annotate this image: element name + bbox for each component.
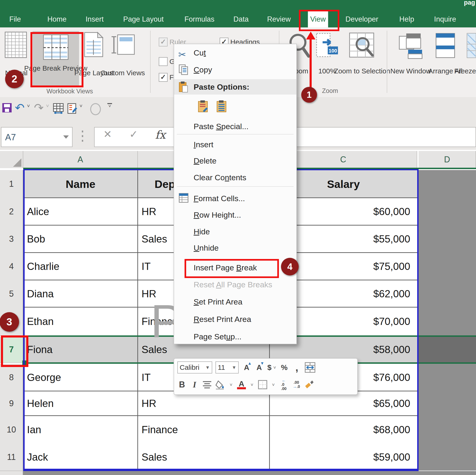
cell-b11[interactable]: Sales xyxy=(138,444,270,471)
font-color-dropdown-icon[interactable]: ˅ xyxy=(249,379,255,391)
cell-c11[interactable]: $59,000 xyxy=(270,444,417,471)
quick-edit-icon[interactable] xyxy=(67,103,78,115)
menu-item-paste-special[interactable]: Paste Special... xyxy=(174,119,296,134)
tab-developer[interactable]: Developer xyxy=(343,11,380,27)
menu-item-paste-options[interactable]: Paste Options: xyxy=(174,79,296,95)
menu-item-unhide[interactable]: Unhide xyxy=(174,240,296,256)
menu-item-hide[interactable]: Hide xyxy=(174,224,296,239)
normal-view-button[interactable]: Normal xyxy=(3,32,29,60)
row-header-3[interactable]: 3 xyxy=(0,225,23,253)
new-window-button[interactable]: New Window xyxy=(398,32,424,61)
tab-insert[interactable]: Insert xyxy=(83,11,106,27)
cell-c10[interactable]: $68,000 xyxy=(270,416,417,444)
italic-button[interactable]: I xyxy=(190,379,199,391)
cell-a5[interactable]: Diana xyxy=(23,280,138,307)
row-header-9[interactable]: 9 xyxy=(0,391,23,416)
cell-a8[interactable]: George xyxy=(23,364,138,391)
format-painter-icon[interactable] xyxy=(304,379,314,391)
menu-item-format-cells[interactable]: Format Cells... xyxy=(174,191,296,206)
paste-formatting-icon[interactable] xyxy=(197,100,209,117)
shrink-font-button[interactable]: A▼ xyxy=(255,361,264,374)
font-name-select[interactable]: Calibri ▼ xyxy=(177,361,212,374)
percent-style-button[interactable]: % xyxy=(280,361,289,374)
cell-a2[interactable]: Alice xyxy=(23,198,138,225)
menu-item-page-setup[interactable]: Page Setup... xyxy=(174,329,296,344)
checkbox-gridlines[interactable] xyxy=(159,57,168,66)
tab-formulas[interactable]: Formulas xyxy=(182,11,217,27)
menu-item-copy[interactable]: Copy xyxy=(174,62,296,77)
cell-a10[interactable]: Ian xyxy=(23,416,138,444)
enter-button[interactable]: ✓ xyxy=(125,128,142,140)
cell-a9[interactable]: Helen xyxy=(23,391,138,416)
namebox-separator-dots[interactable] xyxy=(82,131,83,144)
paste-values-icon[interactable] xyxy=(215,100,228,117)
tab-inquire[interactable]: Inquire xyxy=(432,11,459,27)
cell-a6[interactable]: Ethan xyxy=(23,307,138,335)
menu-item-reset-all-page-breaks[interactable]: Reset All Page Breaks xyxy=(174,277,296,292)
checkbox-ruler[interactable]: ✓ xyxy=(159,38,168,47)
font-size-select[interactable]: 11 ▼ xyxy=(215,361,239,374)
center-align-button[interactable] xyxy=(203,379,212,391)
menu-item-row-height[interactable]: Row Height... xyxy=(174,207,296,223)
row-header-5[interactable]: 5 xyxy=(0,280,23,308)
comma-style-button[interactable]: , xyxy=(292,361,302,374)
zoom-to-selection-button[interactable]: Zoom to Selection xyxy=(349,32,376,61)
menu-item-insert[interactable]: Insert xyxy=(174,137,296,152)
quick-edit-dropdown-icon[interactable]: ˅ xyxy=(80,103,83,109)
column-header-D[interactable]: D xyxy=(419,151,476,168)
accounting-format-button[interactable]: $˅ xyxy=(267,361,276,374)
menu-item-clear-contents[interactable]: Clear Contents xyxy=(174,170,296,185)
menu-item-cut[interactable]: ✂Cut xyxy=(174,45,296,60)
row-header-4[interactable]: 4 xyxy=(0,253,23,280)
column-header-A[interactable]: A xyxy=(23,151,138,168)
zoom-100-button[interactable]: 100 100% xyxy=(316,32,339,61)
row-header-11[interactable]: 11 xyxy=(0,444,23,471)
redo-dropdown-icon[interactable]: ˅ xyxy=(46,103,49,109)
cell-a7[interactable]: Fiona xyxy=(23,337,138,362)
select-all-corner[interactable] xyxy=(0,151,23,168)
freeze-panes-button[interactable]: Freeze Panes xyxy=(466,32,476,61)
save-icon[interactable] xyxy=(2,103,12,113)
fill-color-button[interactable] xyxy=(215,379,225,391)
tab-home[interactable]: Home xyxy=(45,11,69,27)
insert-function-button[interactable]: fx xyxy=(152,128,169,141)
row-header-2[interactable]: 2 xyxy=(0,198,23,226)
checkbox-formula-bar[interactable]: ✓ xyxy=(159,73,168,82)
cell-a4[interactable]: Charlie xyxy=(23,253,138,280)
name-box[interactable]: A7 xyxy=(1,127,72,147)
grow-font-button[interactable]: A▲ xyxy=(242,361,251,374)
row-header-10[interactable]: 10 xyxy=(0,416,23,444)
borders-dropdown-icon[interactable]: ˅ xyxy=(271,379,276,391)
column-width-icon[interactable] xyxy=(53,103,64,115)
cancel-button[interactable]: ✕ xyxy=(100,128,116,140)
merge-format-button[interactable] xyxy=(305,361,315,374)
font-color-button[interactable]: A xyxy=(237,379,246,391)
custom-views-button[interactable]: Custom Views xyxy=(109,32,137,59)
bold-button[interactable]: B xyxy=(177,379,187,391)
row-header-1[interactable]: 1 xyxy=(0,170,23,198)
redo-icon[interactable]: ↷ xyxy=(34,103,44,113)
tab-file[interactable]: File xyxy=(7,11,23,27)
tab-review[interactable]: Review xyxy=(265,11,293,27)
row-header-8[interactable]: 8 xyxy=(0,364,23,392)
circle-icon[interactable] xyxy=(90,103,101,115)
undo-dropdown-icon[interactable]: ˅ xyxy=(27,103,30,109)
menu-item-set-print-area[interactable]: Set Print Area xyxy=(174,294,296,309)
undo-icon[interactable]: ↶ xyxy=(15,103,25,113)
menu-item-reset-print-area[interactable]: Reset Print Area xyxy=(174,311,296,327)
tab-help[interactable]: Help xyxy=(397,11,416,27)
cell-a1-name-header[interactable]: Name xyxy=(23,170,138,198)
menu-item-delete[interactable]: Delete xyxy=(174,153,296,168)
decrease-decimal-button[interactable]: .00→.0 xyxy=(292,379,301,391)
cell-a3[interactable]: Bob xyxy=(23,225,138,253)
customize-qat-icon[interactable]: ˅ xyxy=(107,103,112,107)
tab-page-layout[interactable]: Page Layout xyxy=(121,11,166,27)
cell-b10[interactable]: Finance xyxy=(138,416,270,444)
tab-data[interactable]: Data xyxy=(231,11,251,27)
cell-a11[interactable]: Jack xyxy=(23,444,138,471)
fill-color-dropdown-icon[interactable]: ˅ xyxy=(228,379,234,391)
name-box-dropdown-icon[interactable] xyxy=(63,135,69,139)
increase-decimal-button[interactable]: ←.0.00 xyxy=(279,379,289,391)
borders-button[interactable] xyxy=(258,379,268,391)
arrange-all-button[interactable]: Arrange All xyxy=(434,32,457,61)
